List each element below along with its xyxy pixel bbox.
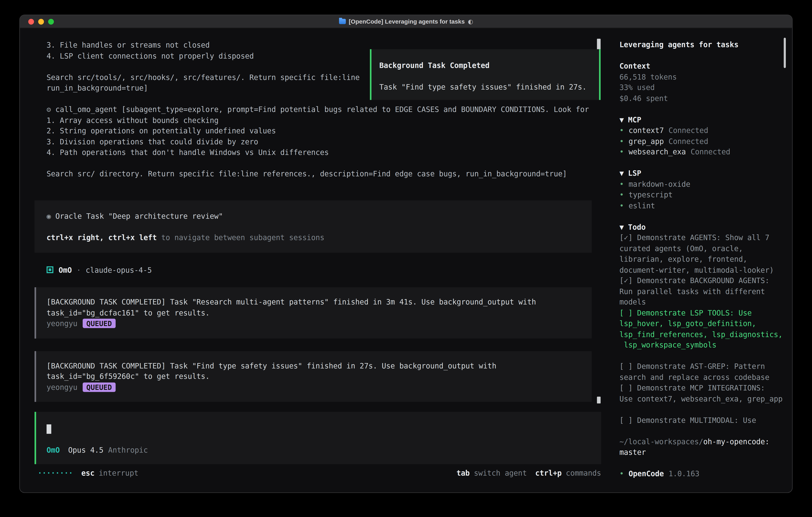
statusbar-left: ········ esc interrupt — [35, 468, 139, 479]
folder-icon — [339, 19, 346, 24]
terminal-line: 3. File handles or streams not closed — [35, 40, 601, 51]
window-title-area: [OpenCode] Leveraging agents for tasks ◐ — [339, 15, 473, 28]
oracle-task-title: ◉ Oracle Task "Deep architecture review" — [47, 211, 581, 222]
todo-item-pending: [ ] Demonstrate MCP INTEGRATIONS: Use co… — [619, 382, 786, 404]
chat-transcript: 3. File handles or streams not closed 4.… — [35, 40, 601, 464]
chevron-down-icon: ▼ — [619, 115, 624, 124]
workspace-path-prefix: ~/local-workspaces/ — [619, 437, 703, 446]
mcp-item: •websearch_exaConnected — [619, 146, 786, 157]
todo-item-pending: [ ] Demonstrate AST-GREP: Pattern search… — [619, 361, 786, 382]
tool-call-item: 2. String operations on potentially unde… — [35, 126, 601, 136]
statusbar-right: tab switch agent ctrl+p commands — [457, 468, 601, 479]
tab-key-hint: tab — [457, 468, 470, 479]
todo-section-toggle[interactable]: ▼Todo — [619, 221, 786, 232]
bullet-icon: • — [619, 200, 624, 211]
hint-keys: ctrl+x right, ctrl+x left — [47, 233, 157, 242]
activity-spinner-icon: ········ — [38, 468, 73, 479]
context-spent: $0.46 spent — [619, 93, 786, 104]
todo-item-pending: [ ] Demonstrate MULTIMODAL: Use — [619, 415, 786, 426]
todo-heading: Todo — [628, 223, 645, 231]
message-text: [BACKGROUND TASK COMPLETED] Task "Find t… — [47, 360, 581, 382]
lsp-name: eslint — [629, 200, 655, 211]
gear-icon: ⚙ — [47, 105, 51, 113]
mcp-status: Connected — [669, 125, 708, 136]
opencode-version: •OpenCode1.0.163 — [619, 468, 786, 479]
toast-title: Background Task Completed — [379, 60, 591, 71]
tool-call-footer: Search src/ directory. Return specific f… — [35, 168, 601, 179]
git-branch: master — [619, 447, 786, 458]
traffic-lights — [28, 15, 54, 28]
tool-call-omo-agent: ⚙ call_omo_agent [subagent_type=explore,… — [35, 104, 601, 179]
mcp-heading: MCP — [628, 115, 641, 124]
background-task-message: [BACKGROUND TASK COMPLETED] Task "Resear… — [35, 287, 592, 338]
lsp-name: markdown-oxide — [629, 179, 690, 190]
tool-call-text: call_omo_agent [subagent_type=explore, p… — [55, 105, 589, 113]
agent-name: OmO — [59, 265, 72, 275]
lsp-item: •eslint — [619, 200, 786, 211]
mcp-section-toggle[interactable]: ▼MCP — [619, 114, 786, 125]
oracle-task-panel: ◉ Oracle Task "Deep architecture review"… — [35, 200, 592, 252]
progress-circle-icon: ◐ — [468, 15, 473, 28]
bullet-icon: • — [619, 136, 624, 146]
input-model-line: OmO Opus 4.5 Anthropic — [47, 445, 590, 456]
minimize-button[interactable] — [38, 19, 44, 24]
text-cursor — [47, 425, 51, 434]
input-model-name: Opus 4.5 — [68, 445, 104, 456]
zoom-button[interactable] — [48, 19, 54, 24]
mcp-status: Connected — [669, 136, 708, 146]
background-task-message: [BACKGROUND TASK COMPLETED] Task "Find t… — [35, 351, 592, 402]
sidebar-scrollbar[interactable] — [784, 37, 786, 68]
mcp-item: •grep_appConnected — [619, 136, 786, 146]
chevron-down-icon: ▼ — [619, 223, 624, 231]
session-title: Leveraging agents for tasks — [619, 39, 786, 50]
prompt-input[interactable]: OmO Opus 4.5 Anthropic — [35, 412, 601, 464]
bullet-icon: • — [619, 125, 624, 136]
workspace-name: oh-my-opencode: — [703, 437, 770, 446]
lsp-name: typescript — [629, 189, 673, 200]
close-button[interactable] — [28, 19, 34, 24]
todo-item-done: [✓] Demonstrate BACKGROUND AGENTS: Run p… — [619, 275, 786, 307]
tool-call-header: ⚙ call_omo_agent [subagent_type=explore,… — [35, 104, 601, 115]
window-body: 3. File handles or streams not closed 4.… — [20, 28, 792, 493]
mcp-name: websearch_exa — [629, 146, 686, 157]
subagent-nav-hint: ctrl+x right, ctrl+x left to navigate be… — [47, 232, 581, 243]
bullet-icon: • — [619, 189, 624, 200]
scrollbar-thumb[interactable] — [597, 397, 601, 404]
tool-call-item: 4. Path operations that don't handle Win… — [35, 147, 601, 158]
terminal-window: [OpenCode] Leveraging agents for tasks ◐… — [19, 15, 793, 493]
esc-key-hint: esc — [81, 468, 94, 479]
message-author: yeongyu — [47, 318, 78, 329]
oracle-task-label: Oracle Task "Deep architecture review" — [55, 212, 223, 220]
window-title: [OpenCode] Leveraging agents for tasks — [349, 15, 465, 28]
todo-item-active: [ ] Demonstrate LSP TOOLS: Use lsp_hover… — [619, 307, 786, 351]
message-meta: yeongyu QUEUED — [47, 318, 581, 329]
oracle-icon: ◉ — [47, 212, 51, 220]
app-version: 1.0.163 — [669, 468, 699, 479]
tool-call-item: 1. Array access without bounds checking — [35, 115, 601, 126]
mcp-item: •context7Connected — [619, 125, 786, 136]
message-text: [BACKGROUND TASK COMPLETED] Task "Resear… — [47, 297, 581, 318]
mcp-name: context7 — [629, 125, 664, 136]
workspace-path: ~/local-workspaces/oh-my-opencode: — [619, 436, 786, 447]
bullet-icon: • — [619, 146, 624, 157]
toast-body: Task "Find type safety issues" finished … — [379, 82, 591, 92]
context-tokens: 66,518 tokens — [619, 71, 786, 82]
input-provider-name: Anthropic — [108, 445, 148, 456]
screen: [OpenCode] Leveraging agents for tasks ◐… — [0, 0, 812, 517]
bullet-icon: • — [619, 468, 624, 479]
message-meta: yeongyu QUEUED — [47, 382, 581, 392]
background-task-toast: Background Task Completed Task "Find typ… — [370, 49, 601, 100]
lsp-section-toggle[interactable]: ▼LSP — [619, 168, 786, 179]
ctrlp-key-hint: ctrl+p — [535, 468, 562, 479]
hint-text: to navigate between subagent sessions — [157, 233, 324, 242]
statusbar: ········ esc interrupt tab switch agent … — [35, 468, 601, 479]
todo-item-done: [✓] Demonstrate AGENTS: Show all 7 curat… — [619, 232, 786, 275]
status-badge: QUEUED — [83, 382, 115, 392]
lsp-item: •typescript — [619, 189, 786, 200]
mcp-name: grep_app — [629, 136, 664, 146]
agent-model: claude-opus-4-5 — [86, 265, 152, 275]
status-badge: QUEUED — [83, 319, 115, 328]
lsp-heading: LSP — [628, 169, 641, 177]
agent-square-icon — [47, 267, 53, 273]
context-used: 33% used — [619, 82, 786, 93]
